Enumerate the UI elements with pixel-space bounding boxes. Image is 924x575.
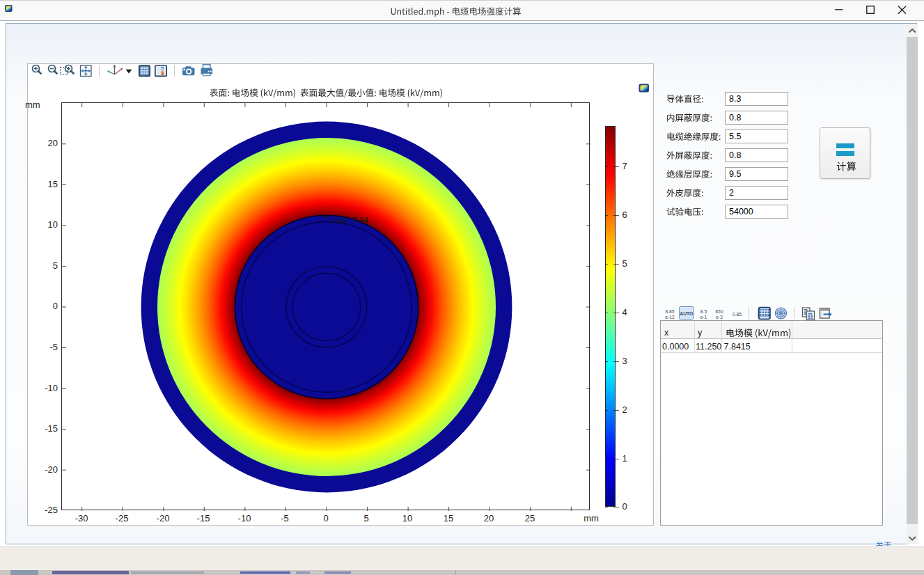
svg-text:max: 7.84: max: 7.84 (331, 216, 369, 226)
